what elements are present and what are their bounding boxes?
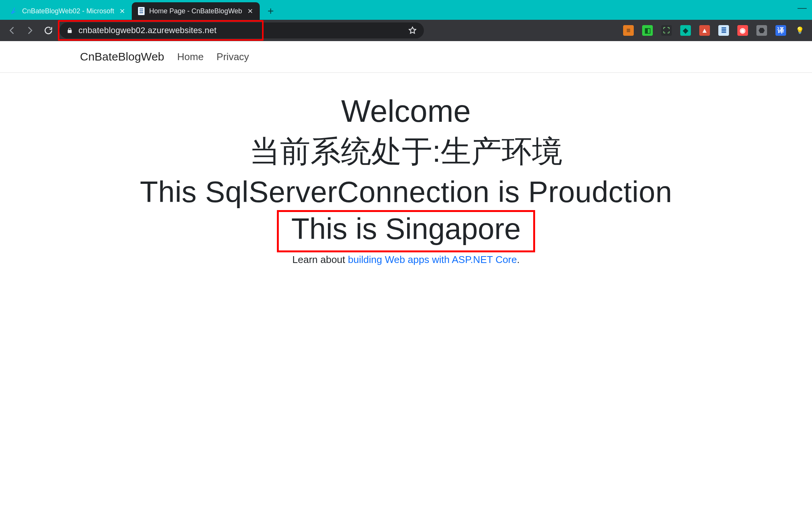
azure-icon	[10, 7, 18, 15]
page-content: Welcome 当前系统处于:生产环境 This SqlServerConnec…	[0, 73, 812, 266]
extension-2[interactable]: ◧	[642, 25, 653, 36]
heading-environment: 当前系统处于:生产环境	[0, 131, 812, 172]
site-brand[interactable]: CnBateBlogWeb	[80, 50, 164, 63]
browser-toolbar: cnbateblogweb02.azurewebsites.net ≡◧⛶◆▲≣…	[0, 20, 812, 41]
close-icon[interactable]	[246, 7, 254, 15]
nav-forward-button[interactable]	[23, 23, 37, 38]
learn-prefix: Learn about	[293, 254, 348, 265]
tab-title: Home Page - CnBateBlogWeb	[149, 7, 242, 15]
extensions-bar: ≡◧⛶◆▲≣◉⬣译💡	[623, 25, 807, 36]
nav-link-privacy[interactable]: Privacy	[217, 51, 249, 63]
page-viewport: CnBateBlogWeb Home Privacy Welcome 当前系统处…	[0, 41, 812, 518]
learn-link[interactable]: building Web apps with ASP.NET Core	[348, 254, 517, 265]
extension-8[interactable]: ⬣	[756, 25, 767, 36]
site-header: CnBateBlogWeb Home Privacy	[0, 41, 812, 73]
page-icon	[137, 7, 145, 15]
titlebar: CnBateBlogWeb02 - Microsoft Home Page - …	[0, 0, 812, 20]
heading-location-wrap: This is Singapore	[280, 212, 532, 251]
omnibox-wrap: cnbateblogweb02.azurewebsites.net	[59, 22, 424, 38]
plus-icon: +	[267, 5, 273, 17]
tab-inactive-azure[interactable]: CnBateBlogWeb02 - Microsoft	[5, 2, 132, 20]
nav-reload-button[interactable]	[41, 23, 56, 38]
learn-suffix: .	[517, 254, 519, 265]
extension-6[interactable]: ≣	[718, 25, 729, 36]
omnibox-url: cnbateblogweb02.azurewebsites.net	[78, 26, 217, 35]
new-tab-button[interactable]: +	[263, 3, 279, 19]
bookmark-star-icon[interactable]	[408, 26, 417, 35]
tab-title: CnBateBlogWeb02 - Microsoft	[22, 7, 114, 15]
extension-3[interactable]: ⛶	[661, 25, 672, 36]
close-icon[interactable]	[118, 7, 126, 15]
omnibox[interactable]: cnbateblogweb02.azurewebsites.net	[59, 22, 424, 38]
tab-active-homepage[interactable]: Home Page - CnBateBlogWeb	[132, 2, 260, 20]
tabs-row: CnBateBlogWeb02 - Microsoft Home Page - …	[5, 0, 279, 20]
extension-7[interactable]: ◉	[737, 25, 748, 36]
nav-link-home[interactable]: Home	[177, 51, 203, 63]
extension-1[interactable]: ≡	[623, 25, 634, 36]
window-minimize-button[interactable]: —	[798, 2, 807, 13]
learn-line: Learn about building Web apps with ASP.N…	[0, 254, 812, 266]
heading-connection: This SqlServerConnection is Proudction	[0, 175, 812, 209]
window-controls: —	[798, 2, 807, 13]
extension-10[interactable]: 💡	[794, 25, 805, 36]
extension-5[interactable]: ▲	[699, 25, 710, 36]
lock-icon	[66, 27, 73, 34]
heading-welcome: Welcome	[0, 93, 812, 129]
extension-9[interactable]: 译	[775, 25, 786, 36]
heading-location: This is Singapore	[291, 212, 521, 245]
extension-4[interactable]: ◆	[680, 25, 691, 36]
nav-back-button[interactable]	[5, 23, 19, 38]
